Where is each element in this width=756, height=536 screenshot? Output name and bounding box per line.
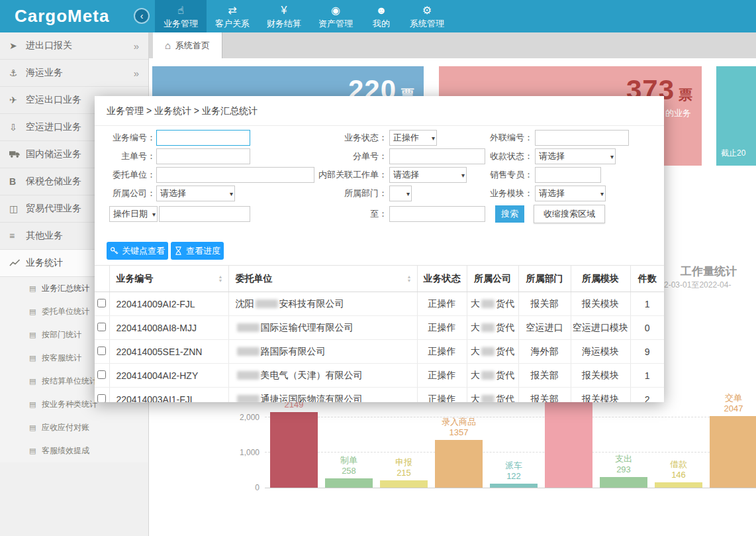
date-type-select[interactable]: 操作日期 ▾ — [109, 206, 158, 222]
date-from-input[interactable] — [159, 206, 250, 222]
select-value: 请选择 — [160, 188, 186, 199]
doc-icon: ▤ — [29, 284, 42, 293]
sort-icon[interactable]: ▲▼ — [407, 275, 412, 283]
master-bill-input[interactable] — [156, 148, 250, 164]
department-label: 所属部门： — [293, 186, 387, 201]
business-no-input[interactable] — [156, 130, 250, 146]
chart-bar-label: 交单2047 — [703, 393, 756, 414]
cell-department: 报关部 — [518, 292, 571, 316]
cell-module: 报关模块 — [571, 292, 630, 316]
search-button[interactable]: 搜索 — [495, 205, 524, 223]
table-row[interactable]: 220414003AI1-FJL 通捷运国际物流有限公司 正操作 大货代 报关部… — [95, 388, 664, 403]
column-header-module: 所属模块 — [571, 266, 630, 292]
chevron-down-icon: ▾ — [429, 134, 435, 142]
sidebar-subitem-label: 按结算单位统计 — [42, 376, 97, 387]
cell-count: 1 — [630, 364, 664, 388]
row-checkbox[interactable] — [97, 323, 106, 331]
sidebar-item-label: 空运出口业务 — [26, 94, 81, 106]
column-header-business-no[interactable]: 业务编号 ▲▼ — [109, 266, 228, 292]
table-row[interactable]: 220414009AI2-FJL 沈阳安科技有限公司 正操作 大货代 报关部 报… — [95, 292, 664, 316]
company-select[interactable]: 请选择 ▾ — [156, 186, 235, 201]
select-value: 请选择 — [539, 150, 565, 162]
sales-rep-input[interactable] — [535, 167, 601, 183]
row-checkbox[interactable] — [97, 370, 106, 379]
redacted-text — [237, 323, 260, 332]
nav-item-mine[interactable]: ☻ 我的 — [361, 0, 401, 32]
button-label: 关键点查看 — [122, 245, 165, 257]
cell-status: 正操作 — [417, 340, 467, 364]
cell-company: 大货代 — [467, 364, 518, 388]
cell-module: 空运进口模块 — [571, 316, 630, 340]
table-row[interactable]: 220414005SE1-ZNN 路国际有限公司 正操作 大货代 海外部 海运模… — [95, 340, 664, 364]
doc-icon: ▤ — [29, 307, 42, 316]
module-select[interactable]: 请选择 ▾ — [535, 186, 606, 201]
row-checkbox[interactable] — [97, 347, 106, 355]
y-axis-tick: 1,000 — [223, 448, 260, 457]
table-row[interactable]: 220414008AI8-MJJ 国际运输代理有限公司 正操作 大货代 空运进口… — [95, 316, 664, 340]
sidebar-item-sea-freight[interactable]: ⚓ 海运业务 » — [0, 60, 148, 87]
sidebar-subitem-label: 客服绩效提成 — [42, 445, 89, 456]
business-no-label: 业务编号： — [95, 130, 156, 146]
select-value: 操作日期 — [113, 208, 148, 220]
cell-status: 正操作 — [417, 316, 467, 340]
nav-label: 客户关系 — [215, 19, 250, 28]
chevron-down-icon: ▾ — [227, 190, 233, 197]
column-header-company: 所属公司 — [467, 266, 518, 292]
collapse-search-button[interactable]: 收缩搜索区域 — [534, 205, 605, 223]
dialog-breadcrumb: 业务管理 > 业务统计 > 业务汇总统计 — [95, 96, 664, 126]
cell-company: 大货代 — [467, 292, 518, 316]
sidebar-subitem-service-performance[interactable]: ▤ 客服绩效提成 — [0, 439, 148, 462]
sort-icon[interactable]: ▲▼ — [218, 275, 223, 283]
column-header-client[interactable]: 委托单位 ▲▼ — [228, 266, 417, 292]
view-progress-button[interactable]: 查看进度 — [171, 242, 224, 260]
sidebar-item-label: 进出口报关 — [26, 40, 72, 52]
doc-icon: ▤ — [29, 447, 42, 455]
cell-client: 沈阳安科技有限公司 — [228, 292, 417, 316]
client-input[interactable] — [156, 167, 314, 183]
key-icon — [110, 246, 118, 255]
date-to-input[interactable] — [389, 206, 485, 222]
date-to-label: 至： — [346, 206, 387, 222]
cell-business-no: 220414009AI2-FJL — [109, 292, 228, 316]
sales-rep-label: 销售专员： — [452, 167, 533, 183]
sidebar-item-label: 空运进口业务 — [26, 121, 81, 133]
row-checkbox[interactable] — [97, 299, 106, 307]
y-axis-tick: 2,000 — [223, 413, 260, 422]
nav-label: 资产管理 — [318, 19, 353, 28]
external-no-label: 外联编号： — [452, 130, 533, 146]
nav-label: 我的 — [373, 19, 390, 28]
line-chart-icon — [9, 258, 26, 268]
nav-item-system-mgmt[interactable]: ⚙ 系统管理 — [401, 0, 453, 32]
cell-client: 通捷运国际物流有限公司 — [228, 388, 417, 403]
sidebar-subitem-label: 按业务种类统计 — [42, 399, 97, 410]
user-icon: ☻ — [370, 4, 393, 17]
nav-item-asset-mgmt[interactable]: ◉ 资产管理 — [310, 0, 361, 32]
sidebar-item-label: 其他业务 — [26, 230, 63, 242]
sidebar-item-import-export-customs[interactable]: ➤ 进出口报关 » — [0, 32, 148, 60]
home-icon: ⌂ — [165, 40, 171, 51]
business-status-select[interactable]: 正操作 ▾ — [389, 130, 437, 146]
chart-bar-录入商品 — [435, 440, 483, 488]
keypoint-view-button[interactable]: 关键点查看 — [107, 242, 168, 260]
nav-item-business-mgmt[interactable]: ☝ 业务管理 — [155, 0, 207, 32]
nav-item-customer-relations[interactable]: ⇄ 客户关系 — [207, 0, 258, 32]
table-header-row: 业务编号 ▲▼ 委托单位 ▲▼ 业务状态 所属公司 所属部门 所属模块 件数 — [95, 266, 664, 292]
sidebar-subitem-ar-ap-reconciliation[interactable]: ▤ 应收应付对账 — [0, 416, 148, 439]
tab-label: 系统首页 — [175, 40, 210, 52]
cell-business-no: 220414003AI1-FJL — [109, 388, 228, 403]
cell-business-no: 220414005SE1-ZNN — [109, 340, 228, 364]
cell-company: 大货代 — [467, 316, 518, 340]
chevron-double-icon: » — [134, 68, 139, 79]
department-select[interactable]: ▾ — [389, 186, 412, 201]
table-row[interactable]: 220414004AI2-HZY 美电气（天津）有限公司 正操作 大货代 报关部… — [95, 364, 664, 388]
external-no-input[interactable] — [535, 130, 629, 146]
tab-system-home[interactable]: ⌂ 系统首页 — [153, 32, 222, 58]
sidebar-collapse-button[interactable]: ‹ — [134, 8, 150, 24]
payment-status-select[interactable]: 请选择 ▾ — [535, 148, 616, 164]
chart-bar-label: 制单258 — [318, 455, 379, 476]
hand-pointer-icon: ☝ — [164, 4, 198, 17]
plane-icon: ✈ — [9, 95, 26, 105]
row-checkbox[interactable] — [97, 394, 106, 403]
nav-item-finance-settlement[interactable]: ¥ 财务结算 — [258, 0, 310, 32]
sidebar-subitem-label: 委托单位统计 — [42, 306, 89, 317]
